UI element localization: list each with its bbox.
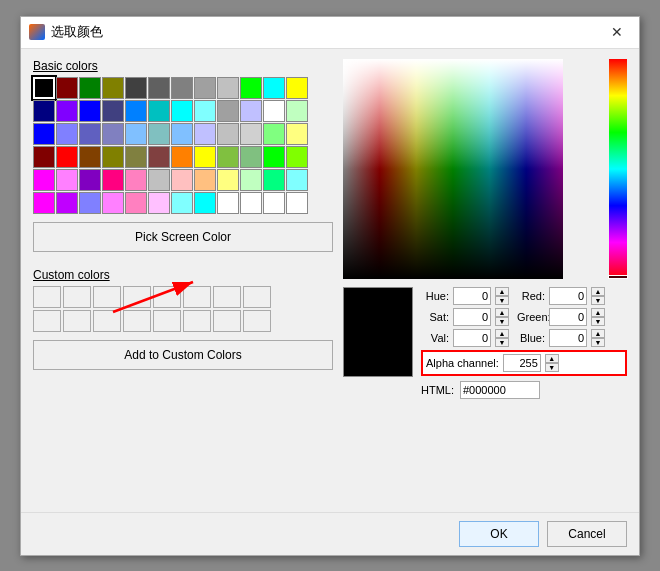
- custom-swatch[interactable]: [153, 286, 181, 308]
- color-swatch[interactable]: [240, 169, 262, 191]
- color-swatch[interactable]: [148, 123, 170, 145]
- custom-swatch[interactable]: [63, 310, 91, 332]
- color-swatch[interactable]: [263, 77, 285, 99]
- hue-down-button[interactable]: ▼: [495, 296, 509, 305]
- hue-input[interactable]: [453, 287, 491, 305]
- color-gradient-canvas[interactable]: [343, 59, 563, 279]
- color-swatch[interactable]: [79, 146, 101, 168]
- custom-swatch[interactable]: [243, 286, 271, 308]
- alpha-down-button[interactable]: ▼: [545, 363, 559, 372]
- custom-swatch[interactable]: [93, 310, 121, 332]
- sat-down-button[interactable]: ▼: [495, 317, 509, 326]
- color-swatch[interactable]: [286, 123, 308, 145]
- green-input[interactable]: [549, 308, 587, 326]
- color-swatch[interactable]: [263, 169, 285, 191]
- color-swatch[interactable]: [79, 192, 101, 214]
- ok-button[interactable]: OK: [459, 521, 539, 547]
- color-swatch[interactable]: [102, 100, 124, 122]
- custom-swatch[interactable]: [213, 286, 241, 308]
- color-swatch[interactable]: [56, 192, 78, 214]
- color-swatch[interactable]: [79, 100, 101, 122]
- color-swatch[interactable]: [217, 192, 239, 214]
- color-swatch[interactable]: [194, 100, 216, 122]
- custom-swatch[interactable]: [183, 286, 211, 308]
- color-swatch[interactable]: [56, 169, 78, 191]
- sat-input[interactable]: [453, 308, 491, 326]
- custom-swatch[interactable]: [93, 286, 121, 308]
- custom-swatch[interactable]: [243, 310, 271, 332]
- color-swatch[interactable]: [217, 169, 239, 191]
- color-swatch[interactable]: [194, 77, 216, 99]
- color-swatch[interactable]: [148, 192, 170, 214]
- blue-up-button[interactable]: ▲: [591, 329, 605, 338]
- html-input[interactable]: [460, 381, 540, 399]
- close-button[interactable]: ✕: [603, 22, 631, 42]
- color-swatch[interactable]: [33, 146, 55, 168]
- color-swatch[interactable]: [217, 100, 239, 122]
- val-up-button[interactable]: ▲: [495, 329, 509, 338]
- custom-swatch[interactable]: [33, 286, 61, 308]
- sat-up-button[interactable]: ▲: [495, 308, 509, 317]
- color-swatch[interactable]: [240, 100, 262, 122]
- red-input[interactable]: [549, 287, 587, 305]
- blue-input[interactable]: [549, 329, 587, 347]
- color-swatch[interactable]: [171, 169, 193, 191]
- add-to-custom-colors-button[interactable]: Add to Custom Colors: [33, 340, 333, 370]
- custom-swatch[interactable]: [123, 286, 151, 308]
- color-swatch[interactable]: [217, 77, 239, 99]
- green-up-button[interactable]: ▲: [591, 308, 605, 317]
- cancel-button[interactable]: Cancel: [547, 521, 627, 547]
- color-swatch[interactable]: [240, 123, 262, 145]
- color-swatch[interactable]: [125, 192, 147, 214]
- color-swatch[interactable]: [194, 123, 216, 145]
- color-swatch[interactable]: [33, 100, 55, 122]
- color-swatch[interactable]: [286, 192, 308, 214]
- color-swatch[interactable]: [263, 146, 285, 168]
- color-swatch[interactable]: [56, 146, 78, 168]
- color-swatch[interactable]: [286, 169, 308, 191]
- color-swatch[interactable]: [171, 77, 193, 99]
- hue-up-button[interactable]: ▲: [495, 287, 509, 296]
- color-swatch[interactable]: [217, 146, 239, 168]
- color-swatch[interactable]: [194, 146, 216, 168]
- color-swatch[interactable]: [171, 192, 193, 214]
- color-swatch[interactable]: [102, 169, 124, 191]
- color-swatch[interactable]: [79, 123, 101, 145]
- color-swatch[interactable]: [102, 146, 124, 168]
- color-swatch[interactable]: [102, 123, 124, 145]
- color-swatch[interactable]: [33, 169, 55, 191]
- color-swatch[interactable]: [171, 100, 193, 122]
- color-swatch[interactable]: [240, 77, 262, 99]
- color-swatch[interactable]: [148, 169, 170, 191]
- color-swatch[interactable]: [125, 146, 147, 168]
- color-swatch[interactable]: [286, 100, 308, 122]
- color-swatch[interactable]: [79, 169, 101, 191]
- custom-swatch[interactable]: [33, 310, 61, 332]
- color-swatch[interactable]: [171, 123, 193, 145]
- color-swatch[interactable]: [171, 146, 193, 168]
- color-swatch[interactable]: [56, 123, 78, 145]
- custom-swatch[interactable]: [153, 310, 181, 332]
- green-down-button[interactable]: ▼: [591, 317, 605, 326]
- pick-screen-color-button[interactable]: Pick Screen Color: [33, 222, 333, 252]
- red-down-button[interactable]: ▼: [591, 296, 605, 305]
- color-swatch[interactable]: [263, 100, 285, 122]
- red-up-button[interactable]: ▲: [591, 287, 605, 296]
- color-swatch[interactable]: [240, 192, 262, 214]
- color-swatch[interactable]: [79, 77, 101, 99]
- color-swatch[interactable]: [125, 77, 147, 99]
- custom-swatch[interactable]: [123, 310, 151, 332]
- color-swatch[interactable]: [286, 77, 308, 99]
- custom-swatch[interactable]: [183, 310, 211, 332]
- color-swatch[interactable]: [125, 123, 147, 145]
- color-swatch[interactable]: [33, 123, 55, 145]
- color-swatch[interactable]: [148, 77, 170, 99]
- hue-slider[interactable]: [609, 59, 627, 279]
- color-swatch[interactable]: [194, 192, 216, 214]
- color-swatch[interactable]: [263, 192, 285, 214]
- custom-swatch[interactable]: [63, 286, 91, 308]
- color-swatch[interactable]: [194, 169, 216, 191]
- color-swatch[interactable]: [33, 77, 55, 99]
- color-swatch[interactable]: [33, 192, 55, 214]
- color-swatch[interactable]: [56, 77, 78, 99]
